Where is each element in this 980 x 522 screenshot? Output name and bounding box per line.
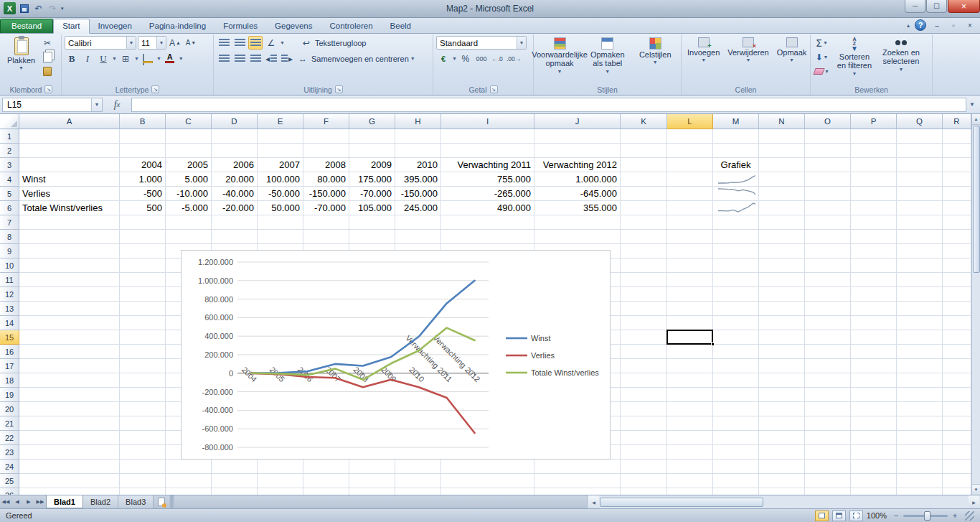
sort-filter-button[interactable]: AZ▼ Sorteren en filteren ▼ (832, 36, 877, 78)
format-painter-button[interactable] (40, 65, 55, 78)
cell-D2[interactable] (212, 144, 258, 158)
cell-L2[interactable] (667, 144, 713, 158)
scroll-down-arrow[interactable]: ▼ (972, 484, 980, 495)
cell-O1[interactable] (805, 129, 851, 144)
cell-L13[interactable] (667, 302, 713, 316)
cell-G25[interactable] (349, 474, 395, 488)
cell-Q22[interactable] (897, 431, 943, 445)
dialog-launcher-clipboard[interactable]: ↘ (44, 85, 52, 93)
vertical-scrollbar[interactable]: ▲ ▼ (971, 114, 980, 495)
column-header-P[interactable]: P (851, 114, 897, 129)
cell-F24[interactable] (303, 460, 349, 474)
cell-M26[interactable] (713, 488, 759, 495)
cell-R11[interactable] (943, 273, 971, 287)
cell-H25[interactable] (395, 474, 441, 488)
cell-P19[interactable] (851, 388, 897, 402)
row-header-1[interactable]: 1 (0, 129, 19, 144)
cell-J8[interactable] (534, 230, 621, 244)
currency-dropdown[interactable]: ▼ (452, 56, 457, 61)
cell-Q17[interactable] (897, 359, 943, 373)
cell-Q12[interactable] (897, 287, 943, 302)
cell-Q16[interactable] (897, 345, 943, 359)
cell-Q5[interactable] (897, 187, 943, 201)
cell-R20[interactable] (943, 402, 971, 416)
cell-Q25[interactable] (897, 474, 943, 488)
cell-K13[interactable] (621, 302, 667, 316)
clear-button[interactable]: ▼ (814, 65, 830, 78)
row-header-24[interactable]: 24 (0, 460, 19, 474)
cell-B5[interactable]: -500 (120, 187, 166, 201)
cell-L26[interactable] (667, 488, 713, 495)
scroll-up-arrow[interactable]: ▲ (972, 114, 980, 125)
cell-F1[interactable] (303, 129, 349, 144)
cell-B3[interactable]: 2004 (120, 158, 166, 172)
cell-J6[interactable]: 355.000 (534, 201, 621, 215)
row-header-11[interactable]: 11 (0, 273, 19, 287)
cell-F8[interactable] (303, 230, 349, 244)
row-header-16[interactable]: 16 (0, 345, 19, 359)
cell-R6[interactable] (943, 201, 971, 215)
cell-H8[interactable] (395, 230, 441, 244)
ribbon-tab-bestand[interactable]: Bestand (0, 19, 53, 33)
cell-A4[interactable]: Winst (19, 172, 120, 187)
cell-D6[interactable]: -20.000 (212, 201, 258, 215)
cell-M2[interactable] (713, 144, 759, 158)
row-header-18[interactable]: 18 (0, 373, 19, 388)
workbook-minimize-button[interactable]: – (931, 22, 943, 29)
cell-I26[interactable] (441, 488, 534, 495)
column-header-N[interactable]: N (759, 114, 805, 129)
resize-grip[interactable] (965, 511, 974, 521)
cell-B23[interactable] (120, 445, 166, 460)
row-header-8[interactable]: 8 (0, 230, 19, 244)
close-button[interactable]: × (948, 0, 980, 13)
cell-B7[interactable] (120, 215, 166, 230)
cell-A11[interactable] (19, 273, 120, 287)
cell-J7[interactable] (534, 215, 621, 230)
cell-E25[interactable] (258, 474, 303, 488)
cell-E4[interactable]: 100.000 (258, 172, 303, 187)
help-button[interactable]: ? (915, 19, 926, 31)
cell-J4[interactable]: 1.000.000 (534, 172, 621, 187)
cell-M11[interactable] (713, 273, 759, 287)
name-box[interactable]: L15 ▼ (2, 98, 103, 112)
cell-P7[interactable] (851, 215, 897, 230)
ribbon-tab-start[interactable]: Start (53, 19, 89, 34)
cell-O15[interactable] (805, 330, 851, 345)
cell-P5[interactable] (851, 187, 897, 201)
italic-button[interactable]: I (80, 52, 95, 65)
cell-N22[interactable] (759, 431, 805, 445)
fill-color-dropdown[interactable]: ▼ (156, 56, 161, 61)
row-header-3[interactable]: 3 (0, 158, 19, 172)
cell-N13[interactable] (759, 302, 805, 316)
cell-O13[interactable] (805, 302, 851, 316)
cell-Q11[interactable] (897, 273, 943, 287)
cell-O2[interactable] (805, 144, 851, 158)
cell-G3[interactable]: 2009 (349, 158, 395, 172)
scroll-left-arrow[interactable]: ◀ (588, 495, 599, 508)
sheet-tab-blad2[interactable]: Blad2 (83, 495, 118, 508)
cell-D3[interactable]: 2006 (212, 158, 258, 172)
cell-B21[interactable] (120, 416, 166, 431)
cell-N18[interactable] (759, 373, 805, 388)
cell-R15[interactable] (943, 330, 971, 345)
cell-O18[interactable] (805, 373, 851, 388)
row-header-7[interactable]: 7 (0, 215, 19, 230)
cell-I3[interactable]: Verwachting 2011 (441, 158, 534, 172)
cell-L18[interactable] (667, 373, 713, 388)
cell-B26[interactable] (120, 488, 166, 495)
cell-M21[interactable] (713, 416, 759, 431)
row-header-6[interactable]: 6 (0, 201, 19, 215)
cell-I5[interactable]: -265.000 (441, 187, 534, 201)
cell-P10[interactable] (851, 258, 897, 273)
cell-I1[interactable] (441, 129, 534, 144)
cell-K11[interactable] (621, 273, 667, 287)
vertical-scroll-thumb[interactable] (973, 126, 980, 273)
cell-M16[interactable] (713, 345, 759, 359)
cell-H26[interactable] (395, 488, 441, 495)
sparkline-totale-winst-verlies[interactable] (716, 201, 755, 215)
cell-B18[interactable] (120, 373, 166, 388)
cell-P3[interactable] (851, 158, 897, 172)
merge-center-label[interactable]: Samenvoegen en centreren (311, 55, 409, 63)
cell-H6[interactable]: 245.000 (395, 201, 441, 215)
cell-C1[interactable] (166, 129, 212, 144)
